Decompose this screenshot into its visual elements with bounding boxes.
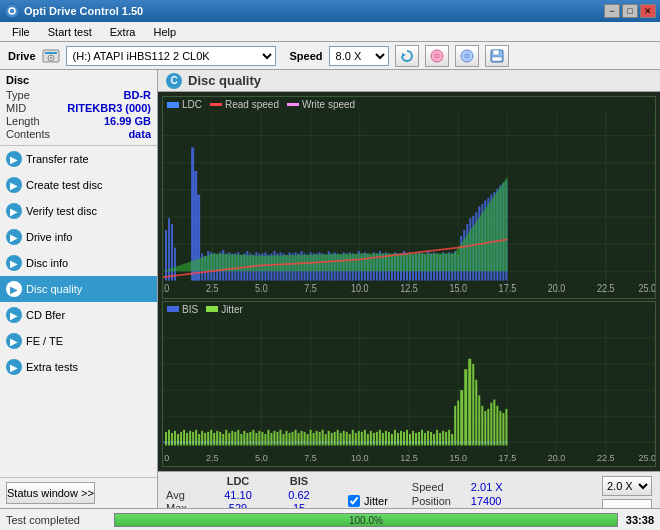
- jitter-legend: Jitter: [206, 304, 243, 315]
- svg-rect-286: [412, 431, 414, 446]
- read-speed-legend: Read speed: [210, 99, 279, 110]
- svg-rect-237: [264, 434, 266, 445]
- disc-type-row: Type BD-R: [6, 89, 151, 101]
- svg-rect-227: [234, 432, 236, 446]
- save-button[interactable]: [485, 45, 509, 67]
- svg-rect-228: [237, 430, 239, 446]
- jitter-label: Jitter: [364, 495, 388, 507]
- svg-text:5.0: 5.0: [255, 283, 268, 295]
- svg-rect-2: [43, 50, 59, 62]
- svg-rect-221: [216, 431, 218, 446]
- svg-rect-211: [186, 433, 188, 446]
- svg-rect-273: [373, 433, 375, 446]
- svg-rect-271: [367, 434, 369, 445]
- svg-rect-233: [252, 430, 254, 446]
- sidebar-label-disc-info: Disc info: [26, 257, 68, 269]
- svg-rect-242: [279, 430, 281, 446]
- svg-rect-293: [433, 434, 435, 445]
- sidebar-item-extra-tests[interactable]: ▶ Extra tests: [0, 354, 157, 380]
- svg-rect-270: [364, 430, 366, 446]
- top-chart: 100 200 300 400 500 600 1 X 2 X 4 X 6 X …: [163, 112, 655, 295]
- svg-rect-313: [496, 406, 498, 446]
- svg-rect-56: [165, 230, 167, 281]
- disc-section-title: Disc: [6, 74, 151, 86]
- svg-text:20.0: 20.0: [548, 453, 566, 463]
- sidebar-item-transfer-rate[interactable]: ▶ Transfer rate: [0, 146, 157, 172]
- refresh-button[interactable]: [395, 45, 419, 67]
- verify-test-icon: ▶: [6, 203, 22, 219]
- disc-contents-value: data: [128, 128, 151, 140]
- svg-rect-243: [282, 434, 284, 445]
- svg-rect-206: [171, 433, 173, 446]
- close-button[interactable]: ✕: [640, 4, 656, 18]
- svg-rect-287: [415, 433, 417, 446]
- maximize-button[interactable]: □: [622, 4, 638, 18]
- svg-rect-289: [421, 430, 423, 446]
- svg-rect-306: [475, 379, 477, 445]
- svg-rect-277: [385, 431, 387, 446]
- svg-rect-213: [192, 432, 194, 446]
- svg-rect-257: [325, 434, 327, 445]
- svg-rect-258: [328, 431, 330, 446]
- menu-file[interactable]: File: [4, 24, 38, 40]
- status-window-button[interactable]: Status window >>: [6, 482, 95, 504]
- sidebar-item-drive-info[interactable]: ▶ Drive info: [0, 224, 157, 250]
- svg-rect-269: [361, 432, 363, 446]
- svg-rect-247: [295, 430, 297, 446]
- sidebar-label-verify-test: Verify test disc: [26, 205, 97, 217]
- svg-point-9: [461, 50, 473, 62]
- jitter-checkbox[interactable]: [348, 495, 360, 507]
- svg-rect-308: [481, 406, 483, 446]
- sidebar-label-fe-te: FE / TE: [26, 335, 63, 347]
- svg-rect-295: [439, 433, 441, 446]
- speed-select[interactable]: 8.0 X: [329, 46, 389, 66]
- svg-rect-310: [487, 409, 489, 446]
- write-button[interactable]: [455, 45, 479, 67]
- svg-rect-235: [258, 431, 260, 446]
- svg-rect-307: [478, 395, 480, 445]
- svg-rect-300: [454, 406, 456, 446]
- svg-rect-314: [499, 411, 501, 445]
- svg-text:0.0: 0.0: [163, 283, 170, 295]
- jitter-section: Jitter: [348, 495, 388, 507]
- menu-extra[interactable]: Extra: [102, 24, 144, 40]
- menu-start-test[interactable]: Start test: [40, 24, 100, 40]
- sidebar-item-disc-quality[interactable]: ▶ Disc quality: [0, 276, 157, 302]
- svg-rect-225: [228, 433, 230, 446]
- svg-rect-259: [331, 433, 333, 446]
- minimize-button[interactable]: −: [604, 4, 620, 18]
- svg-rect-303: [464, 369, 467, 445]
- svg-rect-229: [240, 434, 242, 445]
- disc-button[interactable]: [425, 45, 449, 67]
- stats-ldc-header: LDC: [206, 475, 270, 487]
- sidebar-item-fe-te[interactable]: ▶ FE / TE: [0, 328, 157, 354]
- speed-dropdown[interactable]: 2.0 X: [602, 476, 652, 496]
- svg-rect-244: [285, 431, 287, 446]
- sidebar-label-drive-info: Drive info: [26, 231, 72, 243]
- svg-rect-282: [400, 431, 402, 446]
- svg-text:17.5: 17.5: [499, 283, 517, 295]
- svg-text:12.5: 12.5: [400, 283, 418, 295]
- write-speed-legend: Write speed: [287, 99, 355, 110]
- svg-rect-246: [292, 432, 294, 446]
- svg-point-7: [431, 50, 443, 62]
- sidebar-item-cd-bfer[interactable]: ▶ CD Bfer: [0, 302, 157, 328]
- svg-rect-275: [379, 430, 381, 446]
- svg-text:22.5: 22.5: [597, 453, 615, 463]
- sidebar-item-verify-test[interactable]: ▶ Verify test disc: [0, 198, 157, 224]
- menu-help[interactable]: Help: [145, 24, 184, 40]
- svg-rect-216: [201, 431, 203, 446]
- sidebar-item-create-test[interactable]: ▶ Create test disc: [0, 172, 157, 198]
- svg-rect-253: [313, 433, 315, 446]
- svg-rect-207: [174, 431, 176, 446]
- svg-rect-218: [207, 432, 209, 446]
- svg-rect-239: [270, 433, 272, 446]
- sidebar-item-disc-info[interactable]: ▶ Disc info: [0, 250, 157, 276]
- svg-rect-284: [406, 430, 408, 446]
- time-display: 33:38: [626, 514, 654, 526]
- svg-rect-261: [337, 430, 339, 446]
- quality-icon: C: [166, 73, 182, 89]
- svg-text:2.5: 2.5: [206, 283, 219, 295]
- drive-select[interactable]: (H:) ATAPI iHBS112 2 CL0K: [66, 46, 276, 66]
- svg-rect-238: [267, 430, 269, 446]
